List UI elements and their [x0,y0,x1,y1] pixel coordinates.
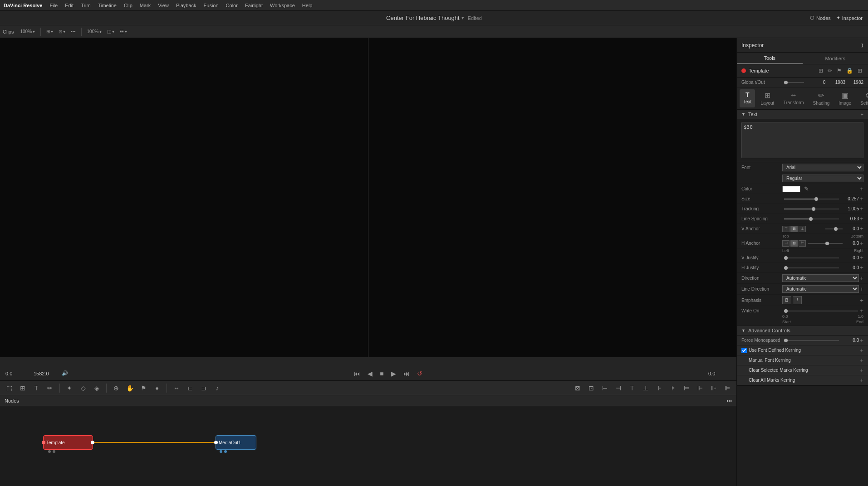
line-spacing-slider[interactable] [784,219,839,219]
v-justify-reset-btn[interactable]: + [860,254,863,261]
node-mediaout[interactable]: MediaOut1 [216,435,256,450]
h-anchor-reset-btn[interactable]: + [860,240,863,247]
text-section-header[interactable]: ▼ Text + [737,110,868,119]
size-slider[interactable] [784,199,839,199]
write-on-slider-thumb[interactable] [784,309,788,313]
advanced-section-header[interactable]: ▼ Advanced Controls [737,326,868,335]
v-anchor-slider-wrap[interactable] [824,228,841,229]
force-mono-reset-btn[interactable]: + [860,337,863,344]
menu-fairlight[interactable]: Fairlight [245,3,263,8]
emphasis-reset-btn[interactable]: + [860,297,863,304]
tracking-slider-thumb[interactable] [812,207,815,211]
trim-tool-btn[interactable]: ⊞ [17,383,28,394]
color-picker-btn[interactable]: ✎ [804,185,809,192]
menu-file[interactable]: File [49,3,58,8]
sub-tab-transform[interactable]: ↔ Transform [780,89,807,107]
h-justify-reset-btn[interactable]: + [860,264,863,271]
extra-tool-3[interactable]: ⊢ [599,383,610,394]
tracking-slider[interactable] [784,209,839,209]
h-anchor-slider[interactable] [808,243,843,244]
view-mode-btn[interactable]: ◫ ▾ [105,28,116,35]
node-template[interactable]: Template [43,435,93,450]
view-toggle-btn-2[interactable]: ⊡ ▾ [57,28,67,35]
snap-btn[interactable]: ⊏ [185,383,196,394]
slip-tool-btn[interactable]: ◈ [91,383,102,394]
select-tool-btn[interactable]: ⬚ [4,383,15,394]
line-direction-select[interactable]: Automatic [782,285,859,293]
direction-reset-btn[interactable]: + [860,275,863,282]
font-select[interactable]: Arial [782,164,863,171]
v-anchor-mid-btn[interactable]: ⊟ [790,226,798,232]
text-section-add-btn[interactable]: + [861,112,863,117]
v-anchor-bot-btn[interactable]: ⊥ [799,226,806,232]
force-mono-slider[interactable] [784,340,839,341]
menu-view[interactable]: View [158,3,169,8]
extra-tool-2[interactable]: ⊡ [586,383,597,394]
zoom-right-btn[interactable]: 100% ▾ [85,28,104,35]
audio-btn[interactable]: ♪ [212,383,223,394]
menu-trim[interactable]: Trim [81,3,91,8]
tab-modifiers[interactable]: Modifiers [803,53,868,64]
hand-tool-btn[interactable]: ✋ [124,383,135,394]
extra-tool-8[interactable]: ⊧ [667,383,678,394]
stop-btn[interactable]: ■ [379,369,384,378]
direction-select[interactable]: Automatic [782,274,859,282]
extra-tool-12[interactable]: ⊫ [722,383,733,394]
menu-timeline[interactable]: Timeline [98,3,117,8]
sub-tab-shading[interactable]: ✏ Shading [809,89,834,107]
clear-all-reset-btn[interactable]: + [860,377,863,384]
use-font-kerning-reset-btn[interactable]: + [860,347,863,354]
h-anchor-right-btn[interactable]: ⊢ [799,240,806,247]
pencil-tool-btn[interactable]: ✏ [44,383,55,394]
extra-tool-7[interactable]: ⊦ [654,383,665,394]
size-reset-btn[interactable]: + [860,195,863,202]
extra-tool-6[interactable]: ⊥ [640,383,651,394]
h-justify-slider-thumb[interactable] [784,266,788,270]
v-anchor-slider[interactable] [825,228,843,229]
size-slider-thumb[interactable] [814,197,818,201]
v-anchor-reset-btn[interactable]: + [860,225,863,232]
template-ctrl-1[interactable]: ⊞ [817,67,824,74]
template-ctrl-3[interactable]: ⚑ [835,67,843,74]
manual-font-kerning-reset-btn[interactable]: + [860,357,863,364]
write-on-main-slider[interactable] [784,311,858,311]
sub-tab-image[interactable]: ▣ Image [835,89,855,107]
use-font-kerning-checkbox[interactable] [741,348,747,353]
extra-tool-11[interactable]: ⊪ [708,383,719,394]
h-anchor-mid-btn[interactable]: ⊟ [790,240,798,247]
font-style-select[interactable]: Regular [782,175,863,182]
h-anchor-left-btn[interactable]: ⊣ [782,240,790,247]
track-btn[interactable]: ↔ [171,383,182,394]
force-mono-thumb[interactable] [784,339,788,342]
more-options-btn[interactable]: ••• [69,28,78,35]
text-input[interactable]: $30 [741,122,863,158]
play-btn[interactable]: ▶ [390,369,397,378]
extra-tool-1[interactable]: ⊠ [572,383,583,394]
v-justify-slider[interactable] [784,258,839,258]
template-ctrl-lock[interactable]: 🔒 [845,67,854,74]
write-on-reset-btn[interactable]: + [860,307,863,314]
sub-tab-settings[interactable]: ⚙ Settings [857,89,868,107]
link-btn[interactable]: ⊐ [198,383,209,394]
menu-clip[interactable]: Clip [124,3,132,8]
menu-playback[interactable]: Playback [176,3,196,8]
menu-mark[interactable]: Mark [140,3,151,8]
extra-tool-10[interactable]: ⊩ [695,383,706,394]
line-spacing-reset-btn[interactable]: + [860,215,863,222]
inspector-button[interactable]: ✦ Inspector [836,15,863,21]
template-ctrl-2[interactable]: ✏ [826,67,834,74]
inspector-collapse-btn[interactable]: ⟩ [861,42,863,49]
ripple-tool-btn[interactable]: ◇ [78,383,88,394]
v-justify-slider-thumb[interactable] [784,256,788,260]
color-reset-btn[interactable]: + [860,185,863,192]
line-spacing-slider-thumb[interactable] [809,217,813,221]
audio-icon[interactable]: 🔊 [62,370,68,376]
color-swatch[interactable] [782,186,800,192]
step-back-btn[interactable]: ◀ [367,369,373,378]
italic-btn[interactable]: I [793,296,802,304]
blade-tool-btn[interactable]: ✦ [64,383,75,394]
h-anchor-slider-thumb[interactable] [825,242,829,245]
zoom-tool-btn[interactable]: ⊕ [111,383,122,394]
menu-color[interactable]: Color [226,3,238,8]
menu-workspace[interactable]: Workspace [270,3,295,8]
